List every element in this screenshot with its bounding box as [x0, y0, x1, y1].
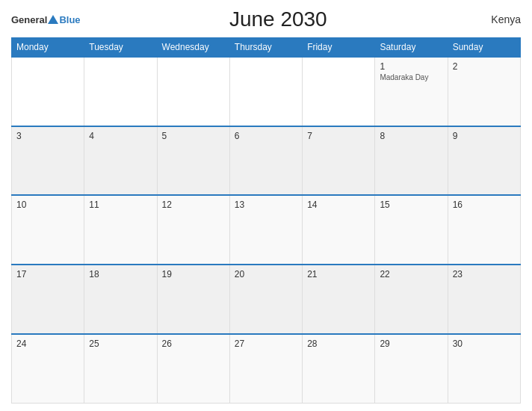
calendar-cell: 6: [229, 126, 302, 196]
calendar-cell: [12, 57, 84, 126]
day-number: 9: [453, 131, 516, 141]
calendar-cell: 25: [84, 334, 157, 404]
calendar-week-row: 24252627282930: [12, 334, 521, 404]
day-number: 15: [380, 200, 442, 210]
calendar-week-row: 17181920212223: [12, 265, 521, 334]
day-number: 17: [16, 269, 79, 279]
day-number: 23: [453, 269, 516, 279]
calendar-week-row: 3456789: [12, 126, 521, 196]
calendar-cell: 30: [448, 334, 520, 404]
calendar-cell: 10: [12, 195, 84, 265]
calendar-table: MondayTuesdayWednesdayThursdayFridaySatu…: [11, 37, 521, 404]
day-number: 12: [162, 200, 225, 210]
calendar-cell: 22: [375, 265, 448, 334]
country-label: Kenya: [476, 13, 521, 25]
calendar-cell: 3: [12, 126, 84, 196]
day-number: 29: [380, 339, 442, 349]
calendar-cell: [84, 57, 157, 126]
weekday-header-saturday: Saturday: [375, 38, 448, 58]
weekday-header-wednesday: Wednesday: [157, 38, 229, 58]
weekday-header-monday: Monday: [12, 38, 84, 58]
day-number: 25: [89, 339, 152, 349]
day-number: 26: [162, 339, 225, 349]
calendar-cell: 15: [375, 195, 448, 265]
day-number: 19: [162, 269, 225, 279]
calendar-cell: 11: [84, 195, 157, 265]
day-number: 16: [453, 200, 516, 210]
day-number: 3: [16, 131, 79, 141]
weekday-header-friday: Friday: [303, 38, 375, 58]
day-number: 30: [453, 339, 516, 349]
calendar-week-row: 1Madaraka Day2: [12, 57, 521, 126]
day-number: 14: [307, 200, 370, 210]
calendar-cell: 2: [448, 57, 520, 126]
logo: General Blue: [11, 14, 81, 25]
day-number: 10: [16, 200, 79, 210]
calendar-cell: 13: [229, 195, 302, 265]
calendar-cell: 9: [448, 126, 520, 196]
day-number: 18: [89, 269, 152, 279]
calendar-cell: [157, 57, 229, 126]
day-number: 4: [89, 131, 152, 141]
calendar-cell: 16: [448, 195, 520, 265]
calendar-cell: 28: [303, 334, 375, 404]
day-number: 24: [16, 339, 79, 349]
weekday-header-sunday: Sunday: [448, 38, 520, 58]
day-number: 6: [235, 131, 297, 141]
calendar-body: 1Madaraka Day234567891011121314151617181…: [12, 57, 521, 404]
calendar-cell: 14: [303, 195, 375, 265]
calendar-cell: [303, 57, 375, 126]
weekday-header-row: MondayTuesdayWednesdayThursdayFridaySatu…: [12, 38, 521, 58]
calendar-cell: 4: [84, 126, 157, 196]
calendar-cell: 19: [157, 265, 229, 334]
calendar-cell: 7: [303, 126, 375, 196]
calendar-cell: 29: [375, 334, 448, 404]
calendar-cell: 23: [448, 265, 520, 334]
calendar-cell: 24: [12, 334, 84, 404]
day-number: 28: [307, 339, 370, 349]
logo-general-text: General: [11, 14, 47, 25]
logo-blue-text: Blue: [59, 14, 80, 25]
day-number: 7: [307, 131, 370, 141]
calendar-cell: 12: [157, 195, 229, 265]
day-number: 27: [235, 339, 297, 349]
calendar-title: June 2030: [81, 7, 476, 31]
calendar-cell: 20: [229, 265, 302, 334]
day-number: 21: [307, 269, 370, 279]
page-header: General Blue June 2030 Kenya: [11, 7, 521, 31]
day-number: 11: [89, 200, 152, 210]
day-number: 20: [235, 269, 297, 279]
day-number: 22: [380, 269, 442, 279]
calendar-cell: 1Madaraka Day: [375, 57, 448, 126]
weekday-header-tuesday: Tuesday: [84, 38, 157, 58]
calendar-cell: 27: [229, 334, 302, 404]
calendar-cell: 21: [303, 265, 375, 334]
calendar-cell: 17: [12, 265, 84, 334]
day-number: 13: [235, 200, 297, 210]
calendar-header: MondayTuesdayWednesdayThursdayFridaySatu…: [12, 38, 521, 58]
calendar-week-row: 10111213141516: [12, 195, 521, 265]
calendar-cell: 18: [84, 265, 157, 334]
weekday-header-thursday: Thursday: [229, 38, 302, 58]
day-number: 8: [380, 131, 442, 141]
calendar-cell: 26: [157, 334, 229, 404]
day-number: 1: [380, 61, 442, 72]
holiday-label: Madaraka Day: [380, 73, 442, 81]
calendar-cell: 5: [157, 126, 229, 196]
calendar-cell: [229, 57, 302, 126]
day-number: 5: [162, 131, 225, 141]
logo-triangle-icon: [48, 15, 58, 24]
day-number: 2: [453, 61, 516, 72]
calendar-cell: 8: [375, 126, 448, 196]
